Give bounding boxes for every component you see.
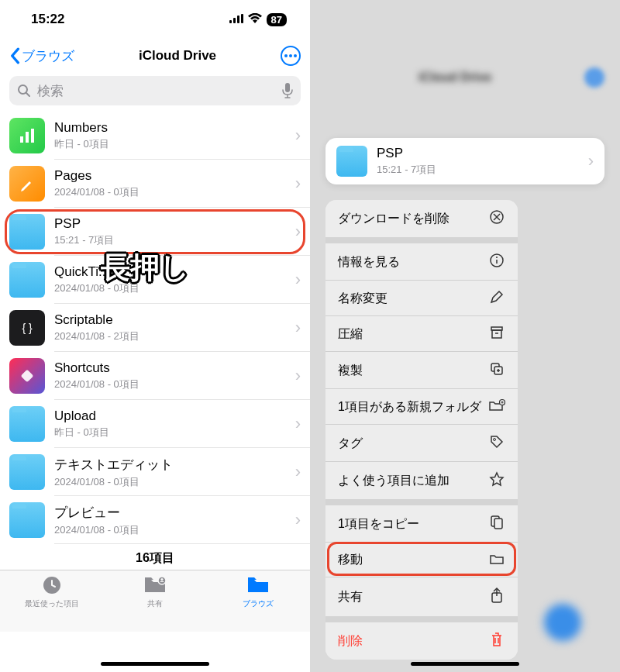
svg-rect-2 [237,16,239,23]
file-meta: 2024/01/08 - 0項目 [54,475,286,489]
wifi-icon [248,12,262,27]
folder-icon [9,502,45,538]
file-row[interactable]: Numbers昨日 - 0項目 › [0,112,310,160]
search-bar[interactable]: 検索 [9,76,301,105]
share-icon [488,587,505,607]
star-icon [488,471,505,490]
more-button[interactable] [281,46,301,66]
file-row[interactable]: { } Scriptable2024/01/08 - 2項目 › [0,304,310,352]
mic-icon[interactable] [282,83,293,98]
menu-share[interactable]: 共有 [326,577,518,616]
tab-label: 共有 [147,598,163,609]
clock-icon [42,575,62,597]
menu-duplicate[interactable]: 複製 [326,352,518,389]
ellipsis-icon [284,54,297,57]
search-icon [17,84,31,98]
trash-icon [488,632,505,650]
menu-label: 圧縮 [338,326,363,343]
file-row[interactable]: Shortcuts2024/01/08 - 0項目 › [0,352,310,400]
menu-new-folder[interactable]: 1項目がある新規フォルダ [326,389,518,425]
pages-icon [9,166,45,202]
file-row[interactable]: Upload昨日 - 0項目 › [0,400,310,448]
svg-rect-0 [229,20,232,23]
menu-get-info[interactable]: 情報を見る [326,243,518,281]
copy-icon [488,515,505,533]
file-meta: 2024/01/08 - 2項目 [54,329,286,343]
menu-delete[interactable]: 削除 [326,622,518,660]
menu-label: 1項目がある新規フォルダ [338,399,481,415]
home-indicator[interactable] [101,662,209,666]
menu-tags[interactable]: タグ [326,425,518,462]
menu-label: 情報を見る [338,254,400,271]
menu-favorite[interactable]: よく使う項目に追加 [326,462,518,499]
chevron-right-icon: › [295,174,301,194]
chevron-right-icon: › [295,270,301,290]
menu-label: 複製 [338,363,363,379]
status-bar: 15:22 87 [0,0,310,39]
menu-rename[interactable]: 名称変更 [326,281,518,316]
svg-point-4 [284,54,288,57]
annotation-longpress: 長押し [101,248,190,288]
file-meta: 昨日 - 0項目 [54,137,286,151]
svg-rect-28 [492,330,501,338]
svg-rect-1 [233,18,236,23]
tab-label: ブラウズ [243,598,274,609]
signal-icon [229,12,243,27]
tab-label: 最近使った項目 [25,598,79,609]
svg-point-16 [160,578,163,581]
file-meta: 15:21 - 7項目 [54,233,286,247]
menu-label: ダウンロードを削除 [338,211,450,227]
item-count: 16項目 [0,544,310,570]
back-button[interactable]: ブラウズ [9,47,74,65]
file-meta: 昨日 - 0項目 [54,426,286,439]
file-name: Pages [54,168,286,184]
menu-label: 1項目をコピー [338,516,419,532]
chevron-right-icon: › [295,414,301,434]
chevron-right-icon: › [295,366,301,386]
chevron-right-icon: › [295,462,301,482]
popover-name: PSP [377,146,579,161]
svg-rect-10 [20,136,23,143]
blurred-header: iCloud Drive [310,62,620,93]
screen-left: 15:22 87 ブラウズ iCloud Drive 検索 Numbers昨日 … [0,0,310,672]
tab-recent[interactable]: 最近使った項目 [0,570,103,632]
back-label: ブラウズ [22,47,74,65]
svg-line-8 [26,93,29,96]
tag-icon [488,434,505,453]
tab-browse[interactable]: ブラウズ [207,570,310,632]
nav-title: iCloud Drive [74,48,281,64]
tab-shared[interactable]: 共有 [103,570,206,632]
numbers-icon [9,118,45,153]
menu-label: よく使う項目に追加 [338,473,450,489]
file-row[interactable]: テキストエディット2024/01/08 - 0項目 › [0,448,310,496]
file-name: プレビュー [54,504,286,522]
file-row[interactable]: Pages2024/01/08 - 0項目 › [0,160,310,208]
popover-preview[interactable]: PSP 15:21 - 7項目 › [326,138,604,184]
menu-label: 共有 [338,589,363,605]
folder-icon [9,406,45,442]
file-row[interactable]: プレビュー2024/01/08 - 0項目 › [0,496,310,544]
file-meta: 2024/01/08 - 0項目 [54,523,286,537]
nav-header: ブラウズ iCloud Drive [0,39,310,73]
menu-compress[interactable]: 圧縮 [326,316,518,352]
home-indicator[interactable] [411,662,519,666]
menu-label: タグ [338,436,363,452]
chevron-right-icon: › [295,510,301,530]
chevron-right-icon: › [588,151,594,171]
menu-remove-download[interactable]: ダウンロードを削除 [326,200,518,237]
svg-rect-39 [494,519,502,529]
shared-folder-icon [143,575,167,597]
menu-label: 削除 [338,633,363,650]
info-icon [488,253,505,271]
file-name: Upload [54,408,286,424]
menu-copy[interactable]: 1項目をコピー [326,505,518,543]
chevron-left-icon [9,47,20,64]
file-list: Numbers昨日 - 0項目 › Pages2024/01/08 - 0項目 … [0,112,310,544]
svg-rect-3 [241,14,243,23]
shortcuts-icon [9,358,45,394]
screen-right: 15:22 87 iCloud Drive PSP 15:21 - 7項目 › … [310,0,620,672]
menu-label: 移動 [338,552,363,568]
menu-move[interactable]: 移動 [326,543,518,577]
svg-rect-12 [31,129,34,143]
battery-badge: 87 [267,13,287,26]
